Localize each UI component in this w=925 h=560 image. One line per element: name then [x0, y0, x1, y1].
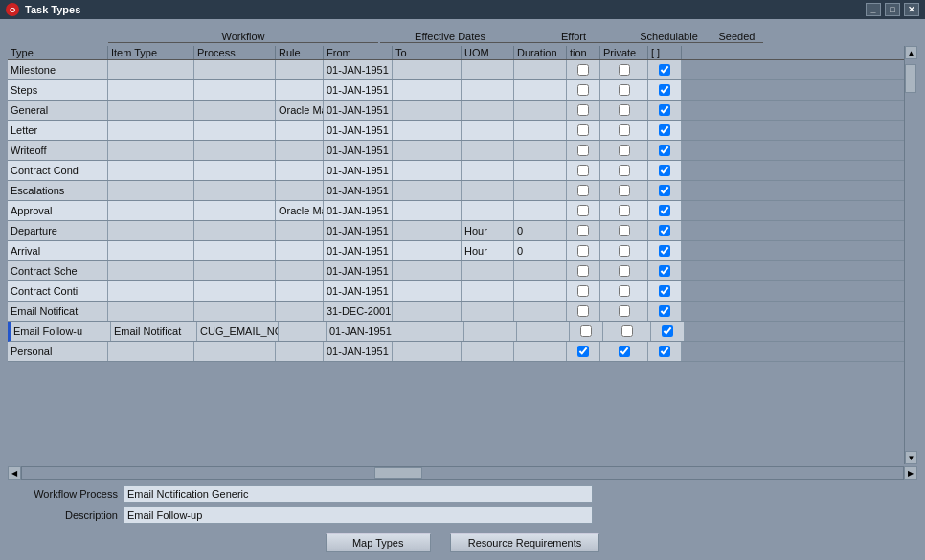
- description-input[interactable]: [124, 506, 593, 524]
- grid-cell[interactable]: [570, 322, 603, 341]
- grid-cell[interactable]: [600, 281, 648, 301]
- grid-cell[interactable]: [600, 201, 648, 220]
- bottom-scrollbar[interactable]: ◀ ▶: [8, 466, 917, 480]
- grid-cell[interactable]: [567, 241, 600, 260]
- grid-cell: [514, 181, 567, 200]
- scroll-track[interactable]: [905, 59, 917, 451]
- workflow-process-input[interactable]: [124, 485, 593, 503]
- table-row[interactable]: Email Follow-uEmail NotificatCUG_EMAIL_N…: [8, 322, 904, 342]
- table-row[interactable]: Arrival01-JAN-1951Hour0: [8, 241, 904, 261]
- table-row[interactable]: Letter01-JAN-1951: [8, 121, 904, 141]
- table-row[interactable]: Email Notificat31-DEC-2001: [8, 302, 904, 322]
- grid-cell[interactable]: [567, 302, 600, 321]
- grid-cell: [194, 60, 276, 79]
- grid-cell[interactable]: [567, 60, 600, 79]
- grid-cell[interactable]: [648, 201, 682, 220]
- scroll-right-button[interactable]: ▶: [904, 466, 917, 480]
- grid-cell[interactable]: [567, 342, 600, 361]
- grid-cell[interactable]: [567, 80, 600, 100]
- table-row[interactable]: GeneralOracle Ma01-JAN-1951: [8, 101, 904, 121]
- grid-cell[interactable]: [648, 342, 682, 361]
- grid-cell[interactable]: [567, 281, 600, 301]
- grid-cell[interactable]: [648, 101, 682, 120]
- grid-cell: Escalations: [8, 181, 108, 200]
- grid-cell[interactable]: [603, 322, 651, 341]
- grid-cell[interactable]: [648, 181, 682, 200]
- col-header-schedulable: tion: [567, 46, 600, 59]
- grid-cell[interactable]: [567, 261, 600, 280]
- grid-cell[interactable]: [648, 121, 682, 140]
- grid-cell[interactable]: [648, 60, 682, 79]
- grid-cell[interactable]: [648, 281, 682, 301]
- grid-cell[interactable]: [567, 221, 600, 240]
- grid-cell[interactable]: [600, 302, 648, 321]
- grid-cell[interactable]: [567, 181, 600, 200]
- grid-cell: [194, 101, 276, 120]
- grid-cell[interactable]: [648, 141, 682, 160]
- description-row: Description: [8, 506, 917, 524]
- grid-cell[interactable]: [648, 302, 682, 321]
- table-row[interactable]: Escalations01-JAN-1951: [8, 181, 904, 201]
- restore-button[interactable]: □: [885, 3, 900, 16]
- col-header-seeded: [ ]: [648, 46, 682, 59]
- scroll-htrack[interactable]: [21, 466, 904, 480]
- scroll-down-button[interactable]: ▼: [905, 451, 917, 464]
- grid-cell: Oracle Ma: [276, 101, 324, 120]
- grid-cell[interactable]: [600, 241, 648, 260]
- grid-cell: [517, 322, 570, 341]
- table-row[interactable]: Contract Sche01-JAN-1951: [8, 261, 904, 281]
- grid-cell[interactable]: [600, 60, 648, 79]
- table-row[interactable]: Writeoff01-JAN-1951: [8, 141, 904, 161]
- right-scrollbar[interactable]: ▲ ▼: [904, 46, 917, 464]
- workflow-process-label: Workflow Process: [8, 488, 118, 500]
- grid-cell: [462, 80, 514, 100]
- grid-cell[interactable]: [648, 261, 682, 280]
- scroll-left-button[interactable]: ◀: [8, 466, 21, 480]
- grid-cell[interactable]: [648, 80, 682, 100]
- table-row[interactable]: Contract Conti01-JAN-1951: [8, 281, 904, 302]
- grid-cell: Arrival: [8, 241, 108, 260]
- grid-cell[interactable]: [648, 241, 682, 260]
- table-row[interactable]: Personal01-JAN-1951: [8, 342, 904, 362]
- grid-cell: [108, 241, 194, 260]
- grid-body[interactable]: Milestone01-JAN-1951Steps01-JAN-1951Gene…: [8, 60, 904, 464]
- grid-cell[interactable]: [648, 161, 682, 180]
- effort-group-header: Effort: [520, 31, 627, 43]
- grid-cell[interactable]: [600, 181, 648, 200]
- scroll-up-button[interactable]: ▲: [905, 46, 917, 59]
- schedulable-group-header: Schedulable: [627, 31, 711, 43]
- grid-cell: [393, 60, 462, 79]
- table-row[interactable]: Steps01-JAN-1951: [8, 80, 904, 101]
- grid-cell: [393, 80, 462, 100]
- grid-cell[interactable]: [600, 141, 648, 160]
- map-types-button[interactable]: Map Types: [326, 533, 431, 552]
- grid-cell[interactable]: [567, 201, 600, 220]
- grid-cell[interactable]: [567, 161, 600, 180]
- grid-cell[interactable]: [648, 221, 682, 240]
- scroll-hthumb[interactable]: [374, 467, 422, 479]
- grid-cell[interactable]: [600, 101, 648, 120]
- table-row[interactable]: Departure01-JAN-1951Hour0: [8, 221, 904, 241]
- table-section: Workflow Effective Dates Effort Schedula…: [8, 27, 917, 480]
- grid-cell[interactable]: [600, 342, 648, 361]
- grid-cell: [393, 342, 462, 361]
- minimize-button[interactable]: _: [866, 3, 881, 16]
- table-row[interactable]: Milestone01-JAN-1951: [8, 60, 904, 80]
- grid-cell[interactable]: [600, 161, 648, 180]
- grid-cell: [108, 121, 194, 140]
- grid-cell: [108, 302, 194, 321]
- grid-cell[interactable]: [567, 101, 600, 120]
- grid-cell[interactable]: [600, 261, 648, 280]
- grid-cell[interactable]: [567, 121, 600, 140]
- grid-cell[interactable]: [600, 221, 648, 240]
- grid-cell[interactable]: [651, 322, 685, 341]
- grid-cell[interactable]: [600, 121, 648, 140]
- table-row[interactable]: Contract Cond01-JAN-1951: [8, 161, 904, 181]
- table-row[interactable]: ApprovalOracle Ma01-JAN-1951: [8, 201, 904, 221]
- grid-cell[interactable]: [567, 141, 600, 160]
- scroll-thumb[interactable]: [905, 64, 916, 93]
- grid-cell[interactable]: [600, 80, 648, 100]
- resource-requirements-button[interactable]: Resource Requirements: [450, 533, 600, 552]
- close-button[interactable]: ✕: [904, 3, 919, 16]
- grid-cell: [279, 322, 327, 341]
